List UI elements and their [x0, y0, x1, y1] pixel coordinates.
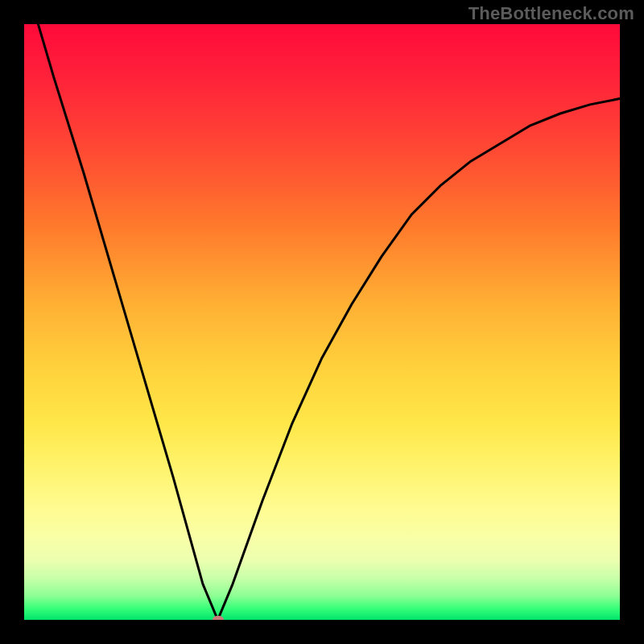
chart-frame: TheBottleneck.com — [0, 0, 644, 644]
plot-area — [24, 24, 620, 620]
watermark-text: TheBottleneck.com — [469, 3, 634, 24]
bottleneck-curve — [24, 24, 620, 620]
minimum-marker — [213, 616, 224, 620]
curve-svg — [24, 24, 620, 620]
